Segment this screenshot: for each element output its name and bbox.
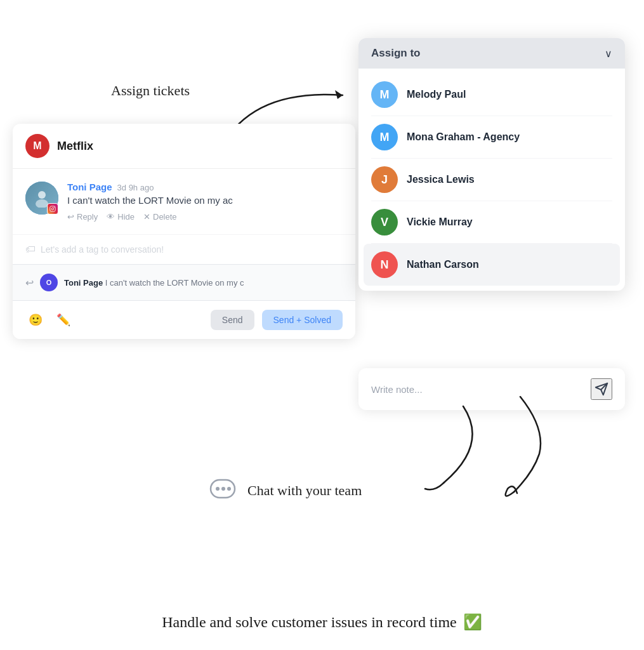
- assign-item[interactable]: J Jessica Lewis: [358, 159, 625, 201]
- agent-avatar: J: [371, 166, 398, 193]
- message-row: Toni Page 3d 9h ago I can't watch the LO…: [25, 182, 343, 222]
- agent-name: Nathan Carson: [407, 259, 479, 270]
- chat-bubble-icon: [209, 477, 237, 510]
- agent-avatar: M: [371, 81, 398, 108]
- bottom-annotation: Handle and solve customer issues in reco…: [162, 613, 482, 631]
- delete-icon: ✕: [143, 212, 150, 222]
- reply-avatar: O: [40, 274, 58, 291]
- delete-button[interactable]: ✕ Delete: [143, 212, 177, 222]
- edit-button[interactable]: ✏️: [53, 310, 74, 330]
- svg-point-4: [51, 208, 53, 209]
- hide-icon: 👁: [107, 212, 115, 222]
- svg-point-7: [216, 487, 220, 491]
- agent-avatar: N: [371, 251, 398, 278]
- reply-arrow-icon: ↩: [25, 277, 34, 289]
- chevron-down-icon[interactable]: ∨: [605, 48, 612, 60]
- chat-team-annotation: Chat with your team: [247, 482, 362, 499]
- reply-button[interactable]: ↩ Reply: [67, 212, 98, 222]
- assign-header-title: Assign to: [371, 47, 420, 60]
- chat-header: M Metflix: [13, 124, 355, 169]
- checkmark-icon: ✅: [463, 613, 482, 631]
- tag-icon: 🏷: [25, 244, 36, 255]
- reply-label: Reply: [77, 212, 98, 222]
- send-icon: [595, 382, 608, 396]
- emoji-button[interactable]: 🙂: [25, 310, 46, 330]
- assign-dropdown: Assign to ∨ M Melody Paul M Mona Graham …: [358, 38, 625, 291]
- send-note-button[interactable]: [591, 378, 612, 400]
- svg-rect-3: [50, 206, 55, 211]
- svg-point-9: [227, 487, 231, 491]
- message-text: I can't watch the LORT Movie on my ac: [67, 195, 343, 206]
- tag-area: 🏷 Let's add a tag to conversation!: [13, 234, 355, 264]
- agent-avatar: V: [371, 209, 398, 235]
- message-author: Toni Page: [67, 182, 112, 192]
- svg-point-5: [54, 207, 55, 208]
- svg-point-2: [36, 199, 48, 208]
- reply-bar: ↩ O Toni Page I can't watch the LORT Mov…: [13, 264, 355, 300]
- hide-button[interactable]: 👁 Hide: [107, 212, 135, 222]
- agent-name: Vickie Murray: [407, 216, 473, 228]
- send-solved-button[interactable]: Send + Solved: [262, 310, 343, 330]
- edit-icon: ✏️: [56, 313, 70, 327]
- instagram-badge: [47, 203, 58, 215]
- assign-item[interactable]: M Melody Paul: [358, 74, 625, 116]
- assign-item[interactable]: V Vickie Murray: [358, 201, 625, 243]
- agent-name: Jessica Lewis: [407, 174, 475, 185]
- message-actions: ↩ Reply 👁 Hide ✕ Delete: [67, 212, 343, 222]
- hide-label: Hide: [117, 212, 135, 222]
- message-area: Toni Page 3d 9h ago I can't watch the LO…: [13, 169, 355, 234]
- assign-header: Assign to ∨: [358, 38, 625, 69]
- assign-tickets-annotation: Assign tickets: [111, 83, 190, 99]
- message-content: Toni Page 3d 9h ago I can't watch the LO…: [67, 182, 343, 222]
- assign-list: M Melody Paul M Mona Graham - Agency J J…: [358, 69, 625, 291]
- reply-author: Toni Page: [64, 278, 103, 288]
- svg-point-1: [38, 191, 46, 199]
- tag-placeholder: Let's add a tag to conversation!: [41, 244, 164, 255]
- message-author-row: Toni Page 3d 9h ago: [67, 182, 343, 192]
- assign-item-selected[interactable]: N Nathan Carson: [364, 244, 620, 286]
- reply-preview: Toni Page I can't watch the LORT Movie o…: [64, 278, 343, 288]
- message-time: 3d 9h ago: [117, 183, 154, 192]
- delete-label: Delete: [153, 212, 177, 222]
- chat-arrow: [476, 390, 558, 508]
- company-name: Metflix: [57, 140, 93, 153]
- message-avatar: [25, 182, 58, 215]
- svg-point-8: [221, 487, 225, 491]
- agent-name: Melody Paul: [407, 89, 466, 100]
- company-avatar: M: [25, 134, 49, 158]
- emoji-icon: 🙂: [29, 313, 43, 327]
- reply-text-content: I can't watch the LORT Movie on my c: [105, 278, 244, 288]
- assign-item[interactable]: M Mona Graham - Agency: [358, 116, 625, 158]
- agent-name: Mona Graham - Agency: [407, 131, 520, 143]
- send-button[interactable]: Send: [211, 310, 254, 330]
- agent-avatar: M: [371, 124, 398, 150]
- reply-icon: ↩: [67, 212, 74, 222]
- bottom-bar: 🙂 ✏️ Send Send + Solved: [13, 300, 355, 339]
- write-note-placeholder: Write note...: [371, 384, 423, 395]
- bottom-text: Handle and solve customer issues in reco…: [162, 614, 457, 631]
- speech-bubble-icon: [209, 477, 237, 505]
- chat-panel: M Metflix Toni Page 3d 9h ago I can't: [13, 124, 355, 339]
